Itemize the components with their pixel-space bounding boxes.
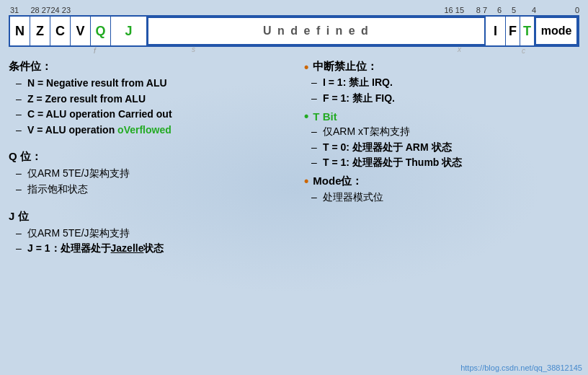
- bit-16: 16 15: [71, 6, 467, 14]
- reg-i: I: [486, 17, 506, 45]
- watermark: https://blog.csdn.net/qq_38812145: [460, 363, 582, 372]
- tbit-bullet: •: [304, 110, 308, 123]
- mode-bullet: •: [304, 175, 308, 188]
- interrupt-title: 中断禁止位：: [313, 60, 378, 74]
- j-item-2: J = 1：处理器处于Jazelle状态: [16, 242, 290, 256]
- condition-n: N = Negative result from ALU: [16, 76, 290, 91]
- two-columns: 条件位： N = Negative result from ALU Z = Ze…: [9, 60, 579, 257]
- tbit-item-3: T = 1: 处理器处于 Thumb 状态: [311, 156, 579, 170]
- q-item-1: 仅ARM 5TE/J架构支持: [16, 167, 290, 181]
- bit-31: 31: [10, 6, 30, 14]
- tbit-section: • T Bit 仅ARM xT架构支持 T = 0: 处理器处于 ARM 状态 …: [304, 110, 579, 170]
- tbit-title-row: • T Bit: [304, 110, 579, 123]
- bit-6: 6: [487, 6, 502, 14]
- reg-n: N: [10, 17, 30, 45]
- bit-28: 28 27: [30, 6, 50, 14]
- right-column: • 中断禁止位： I = 1: 禁止 IRQ. F = 1: 禁止 FIQ. •…: [304, 60, 579, 257]
- condition-title: 条件位：: [9, 60, 290, 74]
- condition-z: Z = Zero result from ALU: [16, 92, 290, 107]
- bit-4: 4: [516, 6, 536, 14]
- reg-c: C: [50, 17, 71, 45]
- q-item-2: 指示饱和状态: [16, 182, 290, 197]
- interrupt-i: I = 1: 禁止 IRQ.: [311, 76, 579, 90]
- main-content: 31 28 27 24 23 16 15 8 7 6 5 4 0 N Z C V…: [0, 0, 588, 263]
- register-cells: N Z C V Q f J U n d e f i n e d s x I F …: [9, 15, 579, 47]
- tbit-title: T Bit: [313, 110, 337, 123]
- j-item-1: 仅ARM 5TE/J架构支持: [16, 226, 290, 241]
- mode-title: Mode位：: [313, 175, 362, 188]
- tbit-item-2: T = 0: 处理器处于 ARM 状态: [311, 141, 579, 155]
- interrupt-bullet: •: [304, 61, 308, 74]
- reg-v: V: [71, 17, 91, 45]
- bit-0: 0: [536, 6, 579, 14]
- mode-section: • Mode位： 处理器模式位: [304, 175, 579, 205]
- mode-title-row: • Mode位：: [304, 175, 579, 188]
- reg-j: J: [111, 17, 147, 45]
- mode-item-1: 处理器模式位: [311, 190, 579, 205]
- reg-z: Z: [30, 17, 50, 45]
- interrupt-f: F = 1: 禁止 FIQ.: [311, 92, 579, 106]
- reg-q: Q f: [91, 17, 111, 45]
- condition-v: V = ALU operation oVerflowed: [16, 123, 290, 138]
- interrupt-list: I = 1: 禁止 IRQ. F = 1: 禁止 FIQ.: [304, 76, 579, 105]
- condition-c: C = ALU operation Carried out: [16, 107, 290, 122]
- register-diagram-wrapper: 31 28 27 24 23 16 15 8 7 6 5 4 0 N Z C V…: [9, 6, 579, 47]
- q-title: Q 位：: [9, 150, 290, 164]
- bit-24: 24 23: [50, 6, 71, 14]
- sub-x: x: [458, 45, 463, 53]
- sub-f: f: [94, 47, 96, 55]
- reg-undefined: U n d e f i n e d s x: [147, 17, 486, 45]
- reg-f: F: [506, 17, 520, 45]
- tbit-list: 仅ARM xT架构支持 T = 0: 处理器处于 ARM 状态 T = 1: 处…: [304, 125, 579, 170]
- interrupt-title-row: • 中断禁止位：: [304, 60, 579, 74]
- q-list: 仅ARM 5TE/J架构支持 指示饱和状态: [9, 167, 290, 196]
- mode-list: 处理器模式位: [304, 190, 579, 205]
- left-column: 条件位： N = Negative result from ALU Z = Ze…: [9, 60, 290, 257]
- reg-t: T c: [520, 17, 535, 45]
- interrupt-section: • 中断禁止位： I = 1: 禁止 IRQ. F = 1: 禁止 FIQ.: [304, 60, 579, 105]
- bit-8: 8 7: [467, 6, 487, 14]
- reg-mode: mode: [535, 17, 578, 45]
- j-list: 仅ARM 5TE/J架构支持 J = 1：处理器处于Jazelle状态: [9, 226, 290, 256]
- sub-s: s: [192, 45, 197, 53]
- j-title: J 位: [9, 210, 290, 224]
- tbit-item-1: 仅ARM xT架构支持: [311, 125, 579, 139]
- bit-5: 5: [502, 6, 516, 14]
- sub-c: c: [522, 47, 525, 55]
- condition-list: N = Negative result from ALU Z = Zero re…: [9, 76, 290, 137]
